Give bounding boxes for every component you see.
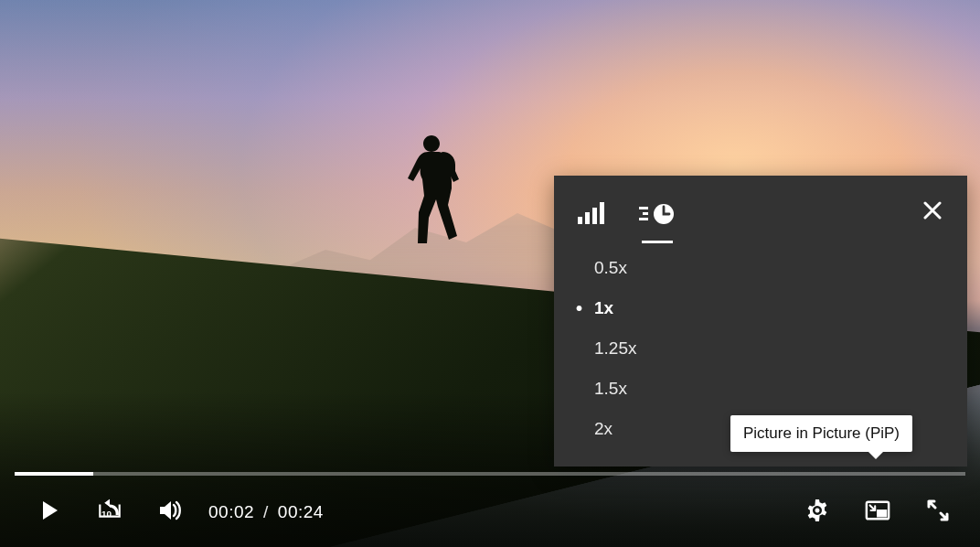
quality-bars-icon — [578, 202, 605, 230]
volume-icon — [157, 498, 183, 527]
svg-rect-0 — [578, 217, 582, 224]
speed-option-1x[interactable]: 1x — [580, 296, 947, 320]
speed-option-0-5x[interactable]: 0.5x — [580, 256, 947, 280]
pip-tooltip: Picture in Picture (PiP) — [730, 415, 912, 452]
svg-rect-2 — [592, 208, 597, 224]
settings-button[interactable] — [801, 496, 834, 529]
fullscreen-icon — [925, 498, 951, 527]
fullscreen-button[interactable] — [921, 496, 954, 529]
volume-button[interactable] — [154, 496, 186, 529]
pip-button[interactable] — [861, 496, 894, 529]
duration: 00:24 — [278, 502, 324, 522]
speed-option-label: 1.25x — [594, 338, 636, 359]
speed-option-label: 0.5x — [594, 258, 627, 278]
tooltip-text: Picture in Picture (PiP) — [743, 424, 900, 442]
pip-icon — [865, 498, 890, 527]
time-display: 00:02 / 00:24 — [208, 502, 324, 522]
svg-rect-4 — [639, 207, 648, 209]
tab-speed[interactable] — [640, 198, 675, 234]
speed-option-label: 2x — [594, 419, 612, 439]
speed-option-1-5x[interactable]: 1.5x — [580, 377, 947, 401]
svg-rect-6 — [639, 218, 648, 220]
rewind-10-icon: 10 — [97, 498, 122, 527]
speed-option-1-25x[interactable]: 1.25x — [580, 337, 947, 360]
close-icon — [921, 209, 943, 224]
speed-option-label: 1.5x — [594, 379, 627, 399]
settings-tabs — [574, 198, 947, 234]
play-button[interactable] — [33, 496, 66, 529]
progress-fill — [15, 472, 93, 476]
current-time: 00:02 — [208, 502, 254, 522]
tab-quality[interactable] — [574, 198, 609, 234]
svg-rect-10 — [877, 509, 887, 517]
close-settings-button[interactable] — [921, 199, 943, 225]
svg-rect-5 — [643, 212, 648, 215]
svg-rect-3 — [600, 202, 604, 224]
svg-rect-1 — [585, 212, 590, 224]
speed-option-label: 1x — [594, 298, 613, 318]
play-icon — [37, 498, 62, 527]
rewind-10-button[interactable]: 10 — [93, 496, 126, 529]
speed-clock-icon — [639, 202, 676, 230]
background-hiker — [400, 130, 464, 258]
controls-bar: 10 00:02 / 00:24 — [0, 477, 980, 547]
time-separator: / — [263, 502, 269, 522]
gear-icon — [804, 498, 830, 527]
svg-text:10: 10 — [101, 509, 112, 519]
progress-bar[interactable] — [15, 472, 965, 476]
speed-options-list: 0.5x 1x 1.25x 1.5x 2x — [574, 256, 947, 441]
